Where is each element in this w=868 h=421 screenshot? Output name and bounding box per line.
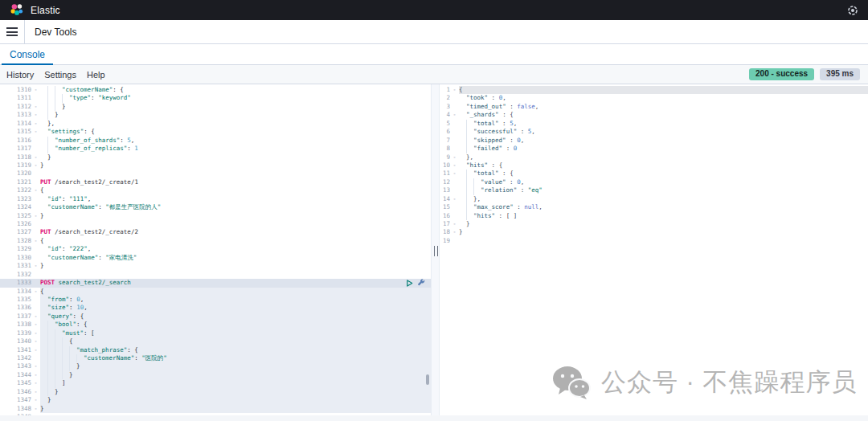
indent-guide bbox=[62, 362, 69, 370]
indent-guide bbox=[40, 111, 47, 119]
token: : bbox=[62, 245, 69, 253]
fold-toggle-icon[interactable]: - bbox=[31, 329, 40, 337]
line-number: 1342 bbox=[0, 354, 31, 362]
indent-guide bbox=[459, 153, 466, 161]
token: "value" bbox=[481, 178, 506, 186]
indent-guide bbox=[47, 329, 55, 337]
indent-guide bbox=[40, 313, 47, 321]
indent-guide bbox=[40, 379, 47, 387]
fold-toggle-icon[interactable]: - bbox=[450, 228, 459, 236]
token: "timed_out" bbox=[466, 103, 506, 111]
fold-toggle-icon[interactable]: - bbox=[31, 111, 40, 119]
fold-spacer bbox=[31, 203, 40, 211]
token: "type" bbox=[69, 94, 91, 102]
gutter: 1316 bbox=[0, 137, 40, 145]
panel-resize-handle[interactable] bbox=[434, 246, 438, 256]
code-content: "total" : { bbox=[459, 170, 868, 178]
fold-toggle-icon[interactable]: - bbox=[31, 237, 40, 245]
fold-toggle-icon[interactable]: - bbox=[31, 388, 40, 396]
fold-toggle-icon[interactable]: - bbox=[31, 153, 40, 161]
token: : bbox=[134, 354, 141, 362]
fold-toggle-icon[interactable]: - bbox=[31, 186, 40, 194]
code-line: 1327PUT /search_test2/_create/2 bbox=[0, 228, 431, 236]
line-number: 1334 bbox=[0, 288, 31, 296]
menu-item-history[interactable]: History bbox=[6, 70, 34, 80]
fold-toggle-icon[interactable]: - bbox=[450, 170, 459, 178]
line-number: 1325 bbox=[0, 212, 31, 220]
menu-hamburger-button[interactable] bbox=[0, 27, 24, 36]
code-line: 1333POST search_test2/_search bbox=[0, 279, 431, 287]
token: "relation" bbox=[481, 186, 517, 194]
fold-toggle-icon[interactable]: - bbox=[31, 103, 40, 111]
indent-guide bbox=[40, 86, 47, 94]
token: : bbox=[120, 137, 127, 145]
breadcrumb: Dev Tools bbox=[35, 27, 76, 38]
token: , bbox=[531, 128, 535, 136]
fold-toggle-icon[interactable]: - bbox=[31, 371, 40, 379]
fold-toggle-icon[interactable]: - bbox=[31, 405, 40, 413]
code-line: 1315-"settings": { bbox=[0, 128, 431, 136]
code-content: PUT /search_test2/_create/1 bbox=[40, 178, 431, 186]
tab-console[interactable]: Console bbox=[2, 44, 53, 65]
code-line: 1345-] bbox=[0, 379, 431, 387]
fold-toggle-icon[interactable]: - bbox=[31, 337, 40, 345]
code-line: 1337-"query": { bbox=[0, 313, 431, 321]
token: : bbox=[69, 296, 76, 304]
fold-spacer bbox=[31, 296, 40, 304]
menu-item-settings[interactable]: Settings bbox=[44, 70, 76, 80]
token: "number_of_shards" bbox=[55, 137, 120, 145]
fold-toggle-icon[interactable]: - bbox=[31, 212, 40, 220]
fold-toggle-icon[interactable]: - bbox=[31, 288, 40, 296]
fold-toggle-icon[interactable]: - bbox=[31, 321, 40, 329]
menu-item-help[interactable]: Help bbox=[87, 70, 105, 80]
line-number: 7 bbox=[440, 137, 450, 145]
gutter: 1345- bbox=[0, 379, 40, 387]
token: : bbox=[502, 145, 514, 153]
fold-toggle-icon[interactable]: - bbox=[31, 161, 40, 170]
fold-toggle-icon[interactable]: - bbox=[31, 379, 40, 387]
line-number: 1318 bbox=[0, 153, 31, 161]
send-request-button[interactable] bbox=[406, 280, 413, 287]
code-content bbox=[40, 271, 431, 279]
fold-toggle-icon[interactable]: - bbox=[31, 128, 40, 136]
token: "eq" bbox=[528, 186, 542, 194]
fold-toggle-icon[interactable]: - bbox=[450, 220, 459, 228]
fold-toggle-icon[interactable]: - bbox=[450, 153, 459, 161]
code-line: 14-}, bbox=[440, 195, 868, 203]
fold-toggle-icon[interactable]: - bbox=[450, 111, 459, 119]
fold-toggle-icon[interactable]: - bbox=[31, 362, 40, 370]
fold-toggle-icon[interactable]: - bbox=[450, 86, 459, 94]
gutter: 5 bbox=[440, 120, 459, 128]
line-number: 1338 bbox=[0, 321, 31, 329]
indent-guide bbox=[466, 195, 473, 203]
request-editor[interactable]: 1310-"customerName": {1311"type": "keywo… bbox=[0, 84, 431, 421]
fold-toggle-icon[interactable]: - bbox=[450, 161, 459, 170]
response-panel[interactable]: 1-{2"took" : 0,3"timed_out" : false,4-"_… bbox=[440, 84, 868, 421]
token: , bbox=[514, 120, 518, 128]
fold-toggle-icon[interactable]: - bbox=[31, 396, 40, 404]
token: "bool" bbox=[55, 321, 76, 329]
fold-toggle-icon[interactable]: - bbox=[31, 120, 40, 128]
token: { bbox=[69, 337, 73, 345]
request-options-button[interactable] bbox=[417, 279, 425, 287]
fold-toggle-icon[interactable]: - bbox=[31, 262, 40, 270]
line-number: 1310 bbox=[0, 86, 31, 94]
token: } bbox=[55, 388, 59, 396]
code-content: "customerName": { bbox=[40, 86, 431, 94]
fold-toggle-icon[interactable]: - bbox=[31, 86, 40, 94]
indent-guide bbox=[466, 145, 473, 153]
globe-gear-icon[interactable] bbox=[847, 5, 858, 16]
gutter: 1348- bbox=[0, 405, 40, 413]
indent-guide bbox=[40, 195, 47, 203]
line-number: 1336 bbox=[0, 304, 31, 312]
editor-scrollbar-thumb[interactable] bbox=[426, 374, 429, 385]
token: 1 bbox=[134, 145, 138, 153]
indent-guide bbox=[473, 186, 481, 194]
code-content: } bbox=[40, 161, 431, 170]
fold-toggle-icon[interactable]: - bbox=[31, 313, 40, 321]
code-content: } bbox=[40, 153, 431, 161]
fold-toggle-icon[interactable]: - bbox=[450, 195, 459, 203]
gutter: 1328- bbox=[0, 237, 40, 245]
fold-toggle-icon[interactable]: - bbox=[31, 346, 40, 354]
gutter: 1346- bbox=[0, 388, 40, 396]
